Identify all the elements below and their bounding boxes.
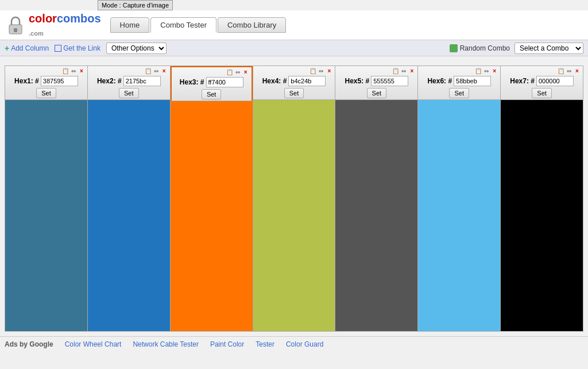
col-hex-row-3: Hex3: # [180,77,243,87]
col-controls-1: 📋 ⇔ × [7,67,85,74]
main-content: 📋 ⇔ × Hex1: # Set 📋 ⇔ × Hex2: [0,56,588,336]
col-controls-7: 📋 ⇔ × [503,67,581,74]
close-icon-3[interactable]: × [242,68,249,75]
tab-combo-tester[interactable]: Combo Tester [150,17,216,33]
color-columns: 📋 ⇔ × Hex1: # Set 📋 ⇔ × Hex2: [5,66,583,332]
options-select[interactable]: Other Options Sort Reverse Clear All [106,43,167,54]
footer-link-tester[interactable]: Tester [256,340,274,348]
set-button-7[interactable]: Set [532,88,552,98]
random-icon [450,44,458,52]
ads-label: Ads by Google [5,340,53,348]
col-header-6: 📋 ⇔ × Hex6: # Set [418,66,500,100]
col-controls-6: 📋 ⇔ × [420,67,498,74]
close-icon-2[interactable]: × [161,67,168,74]
col-controls-4: 📋 ⇔ × [256,67,333,74]
plus-icon: + [5,44,9,53]
add-column-link[interactable]: + Add Column [5,44,49,53]
col-header-7: 📋 ⇔ × Hex7: # Set [501,66,583,100]
hex-input-5[interactable] [371,76,408,86]
random-combo-btn[interactable]: Random Combo [450,44,510,52]
close-icon-4[interactable]: × [326,67,332,74]
hex-input-2[interactable] [123,76,161,86]
logo: colorcombos .com [5,12,101,39]
move-icon-2[interactable]: ⇔ [153,67,160,74]
color-swatch-3 [171,101,253,331]
col-hex-row-2: Hex2: # [97,76,161,86]
move-icon-3[interactable]: ⇔ [234,68,241,75]
col-hex-row-7: Hex7: # [510,76,574,86]
toolbar: + Add Column Get the Link Other Options … [0,40,588,56]
hex-input-3[interactable] [206,77,243,87]
tab-combo-library[interactable]: Combo Library [218,17,286,33]
move-icon-4[interactable]: ⇔ [318,67,324,74]
color-column-2: 📋 ⇔ × Hex2: # Set [88,66,171,331]
color-column-5: 📋 ⇔ × Hex5: # Set [335,66,418,331]
hex-input-6[interactable] [454,76,491,86]
color-swatch-4 [253,100,335,331]
svg-rect-1 [14,28,17,32]
set-button-5[interactable]: Set [367,88,387,98]
color-column-1: 📋 ⇔ × Hex1: # Set [5,66,88,331]
header: colorcombos .com Home Combo Tester Combo… [0,10,588,40]
hex-label-1: Hex1: # [14,77,39,85]
checkbox-icon [55,45,61,52]
move-icon-5[interactable]: ⇔ [400,67,407,74]
hex-label-7: Hex7: # [510,77,535,85]
page-icon-2[interactable]: 📋 [145,67,152,74]
color-swatch-1 [5,100,87,331]
footer-link-color-guard[interactable]: Color Guard [286,340,323,348]
close-icon-5[interactable]: × [408,67,415,74]
col-header-2: 📋 ⇔ × Hex2: # Set [88,66,170,100]
tab-home[interactable]: Home [110,17,150,33]
mode-bar: Mode : Capture d'image [98,0,173,10]
toolbar-right: Random Combo Select a Combo [450,43,583,54]
close-icon-7[interactable]: × [574,67,581,74]
set-button-3[interactable]: Set [202,89,222,99]
set-button-4[interactable]: Set [284,88,304,98]
col-hex-row-6: Hex6: # [427,76,491,86]
col-controls-5: 📋 ⇔ × [338,67,415,74]
hex-label-2: Hex2: # [97,77,122,85]
set-button-6[interactable]: Set [449,88,469,98]
hex-input-4[interactable] [288,76,326,86]
move-icon-1[interactable]: ⇔ [70,67,77,74]
hex-label-3: Hex3: # [180,78,204,86]
footer-link-paint-color[interactable]: Paint Color [210,340,244,348]
col-header-4: 📋 ⇔ × Hex4: # Set [253,66,335,100]
set-button-1[interactable]: Set [36,88,56,98]
color-swatch-2 [88,100,170,331]
col-hex-row-1: Hex1: # [14,76,78,86]
page-icon-3[interactable]: 📋 [226,68,233,75]
col-hex-row-4: Hex4: # [262,76,326,86]
page-icon-5[interactable]: 📋 [392,67,399,74]
color-column-4: 📋 ⇔ × Hex4: # Set [253,66,336,331]
color-column-7: 📋 ⇔ × Hex7: # Set [501,66,583,331]
page-icon-1[interactable]: 📋 [62,67,69,74]
color-swatch-5 [335,100,417,331]
page-icon-6[interactable]: 📋 [475,67,482,74]
combo-select[interactable]: Select a Combo [514,43,583,54]
move-icon-6[interactable]: ⇔ [483,67,490,74]
col-controls-2: 📋 ⇔ × [90,67,168,74]
hex-input-1[interactable] [41,76,78,86]
footer-link-color-wheel[interactable]: Color Wheel Chart [65,340,122,348]
move-icon-7[interactable]: ⇔ [566,67,572,74]
col-header-3: 📋 ⇔ × Hex3: # Set [171,66,253,101]
page-icon-4[interactable]: 📋 [310,67,316,74]
color-column-6: 📋 ⇔ × Hex6: # Set [418,66,501,331]
hex-input-7[interactable] [536,76,574,86]
nav-tabs: Home Combo Tester Combo Library [110,17,287,33]
close-icon-1[interactable]: × [78,67,85,74]
close-icon-6[interactable]: × [491,67,498,74]
get-link-link[interactable]: Get the Link [55,44,100,52]
page-icon-7[interactable]: 📋 [558,67,564,74]
col-controls-3: 📋 ⇔ × [174,68,249,75]
hex-label-4: Hex4: # [262,77,287,85]
color-column-3: 📋 ⇔ × Hex3: # Set [171,66,253,331]
footer-link-network-cable[interactable]: Network Cable Tester [133,340,199,348]
footer: Ads by Google Color Wheel Chart Network … [0,336,588,352]
color-swatch-7 [501,100,583,331]
hex-label-5: Hex5: # [345,77,370,85]
col-hex-row-5: Hex5: # [345,76,409,86]
set-button-2[interactable]: Set [119,88,139,98]
